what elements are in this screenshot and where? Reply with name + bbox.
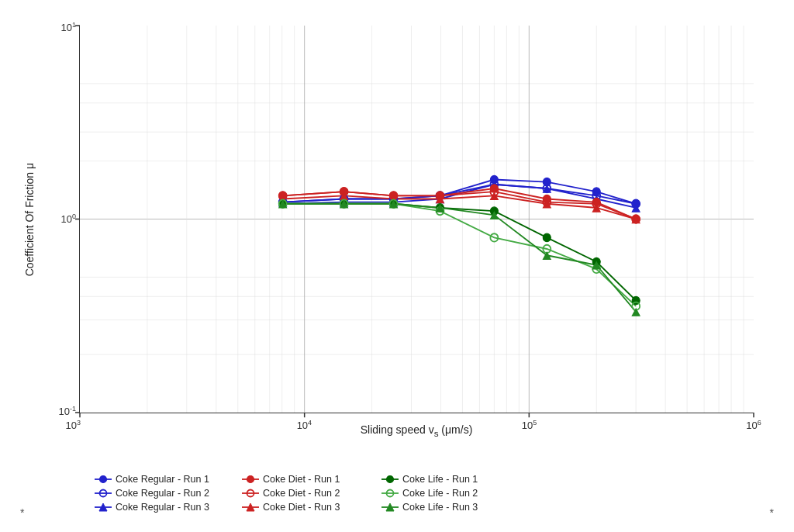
svg-point-116 bbox=[100, 476, 107, 483]
legend-item-regular-run2: Coke Regular - Run 2 bbox=[95, 488, 226, 499]
legend-icon-diet-run1 bbox=[242, 474, 259, 485]
x-axis-label: Sliding speed vs (μm/s) bbox=[79, 423, 754, 438]
chart-container: Coefficient Of Friction μ bbox=[17, 10, 777, 522]
legend-icon-regular-run3 bbox=[95, 502, 112, 513]
chart-svg bbox=[80, 26, 754, 413]
legend-icon-life-run1 bbox=[381, 474, 399, 485]
plot-area: 101 100 10-1 103 104 105 106 bbox=[79, 26, 754, 413]
legend-icon-diet-run3 bbox=[242, 502, 259, 513]
y-tick-10-1: 101 bbox=[61, 21, 76, 33]
legend-icon-regular-run1 bbox=[95, 474, 112, 485]
legend-icon-life-run2 bbox=[381, 488, 399, 499]
svg-point-118 bbox=[247, 476, 254, 483]
y-tick-10-0: 100 bbox=[61, 212, 76, 225]
bottom-right-star: * bbox=[770, 506, 774, 519]
legend: Coke Regular - Run 1 Coke Diet - Run 1 C… bbox=[95, 474, 478, 513]
y-tick-10-minus1: 10-1 bbox=[59, 405, 76, 417]
legend-item-regular-run1: Coke Regular - Run 1 bbox=[95, 474, 226, 485]
svg-point-120 bbox=[387, 476, 394, 483]
legend-item-life-run1: Coke Life - Run 1 bbox=[381, 474, 478, 485]
legend-item-diet-run2: Coke Diet - Run 2 bbox=[242, 488, 366, 499]
legend-item-diet-run3: Coke Diet - Run 3 bbox=[242, 502, 366, 513]
bottom-left-star: * bbox=[20, 506, 24, 519]
svg-point-89 bbox=[543, 233, 551, 241]
legend-icon-diet-run2 bbox=[242, 488, 259, 499]
legend-icon-regular-run2 bbox=[95, 488, 112, 499]
legend-item-diet-run1: Coke Diet - Run 1 bbox=[242, 474, 366, 485]
legend-item-regular-run3: Coke Regular - Run 3 bbox=[95, 502, 226, 513]
legend-item-life-run2: Coke Life - Run 2 bbox=[381, 488, 478, 499]
y-axis-label: Coefficient Of Friction μ bbox=[23, 163, 36, 276]
legend-item-life-run3: Coke Life - Run 3 bbox=[381, 502, 478, 513]
legend-icon-life-run3 bbox=[381, 502, 399, 513]
